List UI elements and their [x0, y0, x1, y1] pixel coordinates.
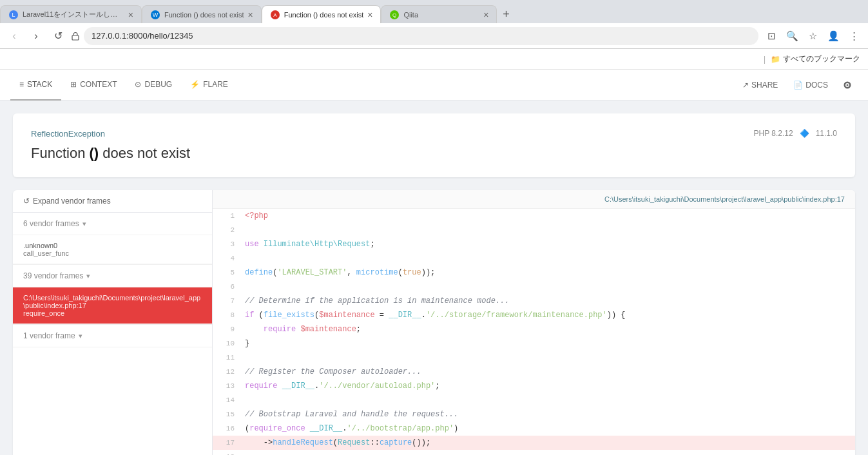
line-num-7: 7 [213, 294, 240, 308]
frame-method-unknown0: call_user_func [23, 249, 202, 257]
line-content-14 [240, 393, 855, 396]
browser-tab-3[interactable]: A Function () does not exist × [262, 5, 381, 23]
expand-vendor-label: Expand vendor frames [33, 197, 111, 206]
code-line-11: 11 [213, 351, 855, 365]
flare-icon: ⚡ [190, 80, 200, 89]
profile-icon[interactable]: 👤 [824, 27, 842, 45]
line-num-6: 6 [213, 280, 240, 294]
nav-stack[interactable]: ≡ STACK [10, 70, 61, 101]
nav-debug[interactable]: ⊙ DEBUG [126, 70, 181, 101]
line-num-2: 2 [213, 223, 240, 237]
line-content-4 [240, 251, 855, 254]
line-content-8: if (file_exists($maintenance = __DIR__.'… [240, 308, 855, 322]
code-line-9: 9 require $maintenance; [213, 322, 855, 336]
tab-title-4: Qiita [403, 11, 479, 19]
browser-tab-1[interactable]: L Laravel11をインストールしてLaravel × [0, 5, 142, 23]
line-content-18 [240, 450, 855, 452]
line-num-13: 13 [213, 379, 240, 393]
tab-favicon-2: W [150, 10, 160, 20]
file-path-text: C:\Users\itsuki_takiguchi\Documents\proj… [604, 195, 835, 203]
search-icon[interactable]: 🔍 [783, 27, 801, 45]
line-num-10: 10 [213, 336, 240, 351]
code-line-1: 1 <?php [213, 209, 855, 223]
line-content-11 [240, 351, 855, 353]
line-num-4: 4 [213, 251, 240, 266]
translate-icon[interactable]: ⊡ [762, 27, 780, 45]
vendor-frames-39[interactable]: 39 vendor frames ▾ [13, 265, 212, 287]
line-content-17: ->handleRequest(Request::capture()); [240, 436, 855, 450]
bookmark-icon[interactable]: ☆ [804, 27, 822, 45]
reload-button[interactable]: ↺ [49, 27, 67, 45]
code-line-18: 18 [213, 450, 855, 455]
nav-stack-label: STACK [27, 80, 52, 89]
nav-context-label: CONTEXT [80, 80, 117, 89]
share-icon: ↗ [742, 81, 749, 90]
tab-favicon-3: A [270, 10, 280, 20]
line-num-17: 17 [213, 436, 240, 450]
menu-icon[interactable]: ⋮ [845, 27, 863, 45]
line-num-12: 12 [213, 365, 240, 379]
code-line-17: 17 ->handleRequest(Request::capture()); [213, 436, 855, 450]
line-content-9: require $maintenance; [240, 322, 855, 336]
nav-flare[interactable]: ⚡ FLARE [181, 70, 237, 101]
php-version: PHP 8.2.12 [753, 129, 793, 138]
line-num-8: 8 [213, 308, 240, 322]
browser-tab-2[interactable]: W Function () does not exist × [142, 5, 262, 23]
line-content-16: (require_once __DIR__.'/../bootstrap/app… [240, 421, 855, 436]
svg-text:Q: Q [392, 12, 396, 18]
line-content-1: <?php [240, 209, 855, 223]
browser-tab-4[interactable]: Q Qiita × [381, 5, 497, 23]
vendor-group-2: 39 vendor frames ▾ [13, 265, 212, 287]
nav-context[interactable]: ⊞ CONTEXT [61, 70, 126, 101]
lock-icon [71, 32, 80, 41]
expand-vendor-button[interactable]: ↺ Expand vendor frames [13, 190, 212, 213]
tab-close-4[interactable]: × [483, 10, 488, 19]
svg-text:W: W [153, 12, 159, 18]
debug-icon: ⊙ [135, 80, 141, 89]
docs-button[interactable]: 📄 DOCS [787, 70, 834, 101]
new-tab-button[interactable]: + [497, 5, 515, 23]
forward-button[interactable]: › [27, 27, 45, 45]
vendor-frames-1[interactable]: 1 vendor frame ▾ [13, 325, 212, 347]
line-content-2 [240, 223, 855, 226]
tab-close-3[interactable]: × [367, 10, 372, 19]
url-input[interactable] [84, 27, 758, 45]
back-button[interactable]: ‹ [5, 27, 23, 45]
code-view: 1 <?php 2 3 use Illuminate\Http\Request; [213, 209, 855, 455]
context-icon: ⊞ [70, 80, 77, 89]
error-title-after: does not exist [102, 145, 190, 161]
code-line-10: 10 } [213, 336, 855, 351]
file-line: 17 [837, 195, 845, 203]
expand-icon: ↺ [23, 197, 30, 206]
app-content: ≡ STACK ⊞ CONTEXT ⊙ DEBUG ⚡ FLARE ↗ SHAR… [0, 70, 868, 455]
frame-item-active[interactable]: C:\Users\itsuki_takiguchi\Documents\proj… [13, 287, 212, 324]
tab-close-1[interactable]: × [128, 10, 133, 19]
main-area: ReflectionException PHP 8.2.12 🔷 11.1.0 … [0, 101, 868, 455]
tab-title-2: Function () does not exist [164, 11, 244, 19]
exception-type: ReflectionException [31, 129, 105, 139]
line-num-9: 9 [213, 322, 240, 336]
code-line-7: 7 // Determine if the application is in … [213, 294, 855, 308]
line-num-1: 1 [213, 209, 240, 223]
bookmarks-divider: | [764, 55, 766, 64]
frame-item-unknown0[interactable]: .unknown0 call_user_func [13, 235, 212, 264]
bookmarks-label: すべてのブックマーク [783, 53, 860, 64]
settings-button[interactable] [837, 75, 858, 95]
line-num-11: 11 [213, 351, 240, 365]
bookmarks-folder[interactable]: 📁 すべてのブックマーク [771, 53, 860, 64]
line-content-12: // Register the Composer autoloader... [240, 365, 855, 379]
nav-flare-label: FLARE [203, 80, 228, 89]
error-card: ReflectionException PHP 8.2.12 🔷 11.1.0 … [13, 113, 855, 177]
vendor-frames-1-label: 1 vendor frame [23, 331, 75, 340]
gear-icon [842, 80, 853, 90]
code-line-12: 12 // Register the Composer autoloader..… [213, 365, 855, 379]
vendor-frames-6[interactable]: 6 vendor frames ▾ [13, 213, 212, 235]
share-button[interactable]: ↗ SHARE [736, 70, 784, 101]
code-line-15: 15 // Bootstrap Laravel and handle the r… [213, 407, 855, 421]
folder-icon: 📁 [771, 55, 780, 64]
vendor-group-3: 1 vendor frame ▾ [13, 325, 212, 347]
tab-close-2[interactable]: × [248, 10, 253, 19]
error-title: Function () does not exist [31, 145, 837, 162]
svg-text:A: A [273, 12, 277, 18]
line-num-14: 14 [213, 393, 240, 407]
